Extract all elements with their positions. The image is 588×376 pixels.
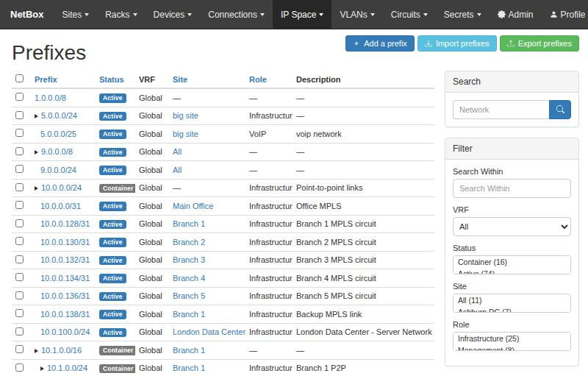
- vrf-select[interactable]: All: [453, 217, 571, 236]
- site-filter-label: Site: [453, 282, 571, 291]
- nav-menu: Sites Racks Devices Connections IP Space…: [54, 0, 490, 29]
- prefix-link[interactable]: 10.1.0.0/24: [47, 363, 87, 372]
- prefix-link[interactable]: 5.0.0.0/24: [41, 111, 77, 120]
- export-prefixes-label: Export prefixes: [518, 39, 572, 48]
- search-input[interactable]: [453, 100, 549, 119]
- prefix-link[interactable]: 10.0.0.130/31: [40, 238, 90, 246]
- site-link[interactable]: Branch 1: [173, 363, 205, 372]
- prefix-link[interactable]: 10.0.0.0/24: [41, 183, 82, 192]
- site-link[interactable]: Branch 3: [173, 255, 205, 264]
- filter-option[interactable]: All (11): [453, 294, 570, 306]
- row-checkbox[interactable]: [15, 219, 24, 227]
- nav-item-profile[interactable]: Profile: [542, 0, 588, 29]
- row-checkbox[interactable]: [15, 201, 24, 209]
- filter-option[interactable]: Active (74): [453, 268, 570, 274]
- nav-item-devices[interactable]: Devices: [146, 0, 201, 29]
- vrf-filter-label: VRF: [453, 205, 571, 214]
- site-link[interactable]: Branch 5: [173, 291, 205, 300]
- column-sort-link[interactable]: Status: [99, 75, 124, 84]
- prefix-link[interactable]: 10.1.0.0/16: [41, 346, 82, 355]
- row-checkbox[interactable]: [15, 237, 24, 245]
- row-checkbox[interactable]: [15, 363, 24, 372]
- prefix-link[interactable]: 10.0.0.136/31: [40, 291, 90, 300]
- prefix-link[interactable]: 10.0.0.132/31: [40, 255, 90, 264]
- brand-link[interactable]: NetBox: [0, 0, 54, 29]
- row-checkbox[interactable]: [15, 255, 24, 263]
- row-checkbox[interactable]: [15, 345, 24, 353]
- prefix-link[interactable]: 9.0.0.0/8: [41, 147, 73, 156]
- role-cell: VoIP: [245, 125, 293, 143]
- nav-item-sites[interactable]: Sites: [54, 0, 98, 29]
- site-link[interactable]: big site: [173, 130, 198, 138]
- role-filter-select[interactable]: Infrastructure (25)Management (8)Private…: [453, 332, 571, 351]
- nav-item-connections[interactable]: Connections: [200, 0, 273, 29]
- nav-item-secrets[interactable]: Secrets: [436, 0, 490, 29]
- site-link[interactable]: Main Office: [173, 202, 213, 210]
- search-within-input[interactable]: [453, 179, 571, 198]
- row-checkbox[interactable]: [15, 183, 24, 191]
- site-link[interactable]: All: [173, 166, 182, 174]
- column-sort-link[interactable]: Site: [173, 75, 187, 84]
- nav-item-vlans[interactable]: VLANs: [331, 0, 382, 29]
- checkbox-cell: [12, 125, 31, 143]
- row-checkbox[interactable]: [15, 327, 24, 336]
- search-button[interactable]: [549, 100, 571, 119]
- description-cell: Branch 2 MPLS circuit: [293, 233, 434, 252]
- nav-item-circuits[interactable]: Circuits: [383, 0, 436, 29]
- prefix-link[interactable]: 9.0.0.0/24: [40, 166, 76, 174]
- nav-item-ip-space[interactable]: IP Space: [273, 0, 331, 29]
- status-cell: Active: [96, 125, 135, 143]
- status-badge: Active: [99, 112, 126, 121]
- row-checkbox[interactable]: [15, 129, 24, 137]
- chevron-down-icon: [260, 13, 265, 16]
- column-sort-link[interactable]: Prefix: [35, 75, 57, 84]
- prefix-link[interactable]: 10.0.0.134/31: [40, 274, 90, 283]
- filter-option[interactable]: Container (16): [453, 256, 570, 268]
- prefix-link[interactable]: 5.0.0.0/25: [40, 130, 76, 138]
- status-filter-select[interactable]: Container (16)Active (74)Reserved (4)Dep…: [453, 255, 571, 274]
- prefix-link[interactable]: 1.0.0.0/8: [35, 93, 66, 102]
- row-checkbox[interactable]: [15, 273, 24, 281]
- row-checkbox[interactable]: [15, 165, 24, 173]
- import-prefixes-button[interactable]: Import prefixes: [417, 35, 497, 52]
- site-link[interactable]: Branch 1: [173, 346, 205, 355]
- prefix-link[interactable]: 10.0.0.0/31: [40, 202, 81, 210]
- import-icon: [425, 40, 432, 47]
- row-checkbox[interactable]: [15, 291, 24, 299]
- prefix-link[interactable]: 10.0.0.128/31: [40, 219, 90, 228]
- row-checkbox[interactable]: [15, 93, 24, 101]
- row-checkbox[interactable]: [15, 111, 24, 119]
- site-link[interactable]: All: [173, 147, 182, 156]
- column-sort-link[interactable]: Role: [249, 75, 267, 84]
- user-icon: [550, 10, 558, 18]
- site-link[interactable]: big site: [173, 111, 198, 120]
- add-prefix-button[interactable]: Add a prefix: [345, 35, 415, 52]
- role-cell: Infrastructure: [245, 323, 293, 341]
- status-badge: Active: [99, 292, 126, 302]
- export-prefixes-button[interactable]: Export prefixes: [500, 35, 579, 52]
- site-link[interactable]: Branch 4: [173, 274, 205, 283]
- role-cell: —: [245, 341, 293, 360]
- nav-item-admin[interactable]: Admin: [490, 0, 542, 29]
- description-cell: voip network: [293, 125, 434, 143]
- status-cell: Container: [96, 359, 135, 376]
- description-cell: Branch 4 MPLS circuit: [293, 269, 434, 288]
- select-all-checkbox[interactable]: [15, 74, 24, 82]
- row-checkbox[interactable]: [15, 309, 24, 317]
- site-filter-select[interactable]: All (11)Ashburn DC (7)big site (2)Branch…: [453, 294, 571, 313]
- filter-option[interactable]: Management (8): [453, 344, 570, 351]
- row-checkbox[interactable]: [15, 147, 24, 155]
- site-link[interactable]: Branch 1: [173, 310, 205, 319]
- nav-item-racks[interactable]: Racks: [97, 0, 145, 29]
- prefix-link[interactable]: 10.0.100.0/24: [40, 327, 90, 336]
- site-link[interactable]: London Data Center: [173, 327, 245, 336]
- table-row: 10.0.0.0/31 Active Global Main Office In…: [12, 197, 434, 216]
- filter-option[interactable]: Ashburn DC (7): [453, 306, 570, 313]
- description-cell: —: [293, 88, 434, 107]
- filter-option[interactable]: Infrastructure (25): [453, 333, 570, 344]
- prefix-link[interactable]: 10.0.0.138/31: [40, 310, 90, 319]
- site-cell: Branch 3: [169, 251, 245, 269]
- status-badge: Active: [99, 220, 126, 230]
- site-link[interactable]: Branch 2: [173, 238, 205, 246]
- site-link[interactable]: Branch 1: [173, 219, 205, 228]
